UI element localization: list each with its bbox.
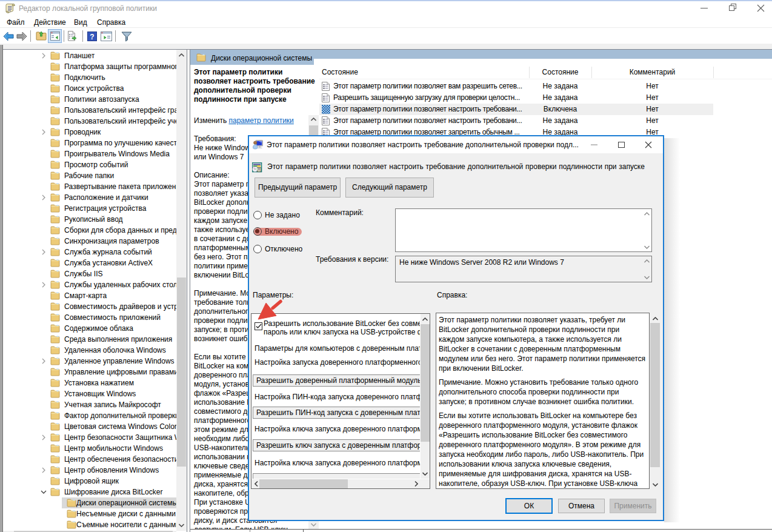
svg-text:?: ?: [90, 33, 94, 41]
